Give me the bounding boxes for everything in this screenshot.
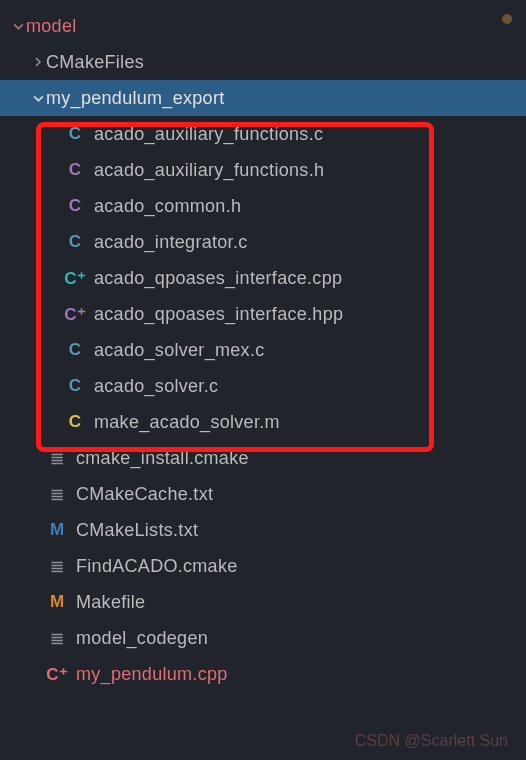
folder-cmakefiles[interactable]: CMakeFiles [0,44,526,80]
file-label: CMakeCache.txt [76,484,526,505]
file-item[interactable]: Cacado_solver.c [0,368,526,404]
file-item[interactable]: C⁺acado_qpoases_interface.cpp [0,260,526,296]
file-label: cmake_install.cmake [76,448,526,469]
folder-my-pendulum-export[interactable]: my_pendulum_export [0,80,526,116]
file-label: acado_qpoases_interface.hpp [94,304,526,325]
file-type-icon: ≣ [46,628,68,649]
file-type-icon: ≣ [46,484,68,505]
file-label: acado_solver.c [94,376,526,397]
file-item[interactable]: Cmake_acado_solver.m [0,404,526,440]
modified-indicator [502,14,512,24]
file-type-icon: C⁺ [64,268,86,289]
file-item[interactable]: MMakefile [0,584,526,620]
file-item[interactable]: ≣cmake_install.cmake [0,440,526,476]
watermark-text: CSDN @Scarlett Sun [355,732,508,750]
file-type-icon: ≣ [46,556,68,577]
file-label: acado_integrator.c [94,232,526,253]
root-label: model [26,16,526,37]
file-explorer: model CMakeFiles my_pendulum_export Caca… [0,0,526,692]
file-item[interactable]: Cacado_common.h [0,188,526,224]
chevron-down-icon [10,21,26,32]
file-type-icon: M [46,520,68,540]
folder-label: my_pendulum_export [46,88,526,109]
file-item[interactable]: C⁺my_pendulum.cpp [0,656,526,692]
file-label: acado_auxiliary_functions.c [94,124,526,145]
file-type-icon: C⁺ [64,304,86,325]
file-type-icon: C [64,340,86,360]
file-type-icon: C [64,160,86,180]
file-item[interactable]: Cacado_integrator.c [0,224,526,260]
file-label: acado_solver_mex.c [94,340,526,361]
file-item[interactable]: Cacado_solver_mex.c [0,332,526,368]
file-item[interactable]: ≣CMakeCache.txt [0,476,526,512]
file-type-icon: C⁺ [46,664,68,685]
file-label: CMakeLists.txt [76,520,526,541]
file-type-icon: C [64,412,86,432]
file-label: acado_qpoases_interface.cpp [94,268,526,289]
file-label: acado_common.h [94,196,526,217]
file-label: acado_auxiliary_functions.h [94,160,526,181]
file-item[interactable]: ≣model_codegen [0,620,526,656]
file-item[interactable]: ≣FindACADO.cmake [0,548,526,584]
file-item[interactable]: Cacado_auxiliary_functions.h [0,152,526,188]
file-item[interactable]: Cacado_auxiliary_functions.c [0,116,526,152]
file-label: Makefile [76,592,526,613]
file-type-icon: C [64,196,86,216]
file-type-icon: C [64,376,86,396]
file-label: FindACADO.cmake [76,556,526,577]
file-type-icon: C [64,232,86,252]
file-type-icon: ≣ [46,448,68,469]
file-label: model_codegen [76,628,526,649]
chevron-right-icon [30,57,46,67]
file-label: make_acado_solver.m [94,412,526,433]
file-type-icon: M [46,592,68,612]
folder-label: CMakeFiles [46,52,526,73]
root-folder[interactable]: model [0,8,526,44]
file-item[interactable]: MCMakeLists.txt [0,512,526,548]
file-label: my_pendulum.cpp [76,664,526,685]
file-type-icon: C [64,124,86,144]
chevron-down-icon [30,93,46,104]
file-item[interactable]: C⁺acado_qpoases_interface.hpp [0,296,526,332]
